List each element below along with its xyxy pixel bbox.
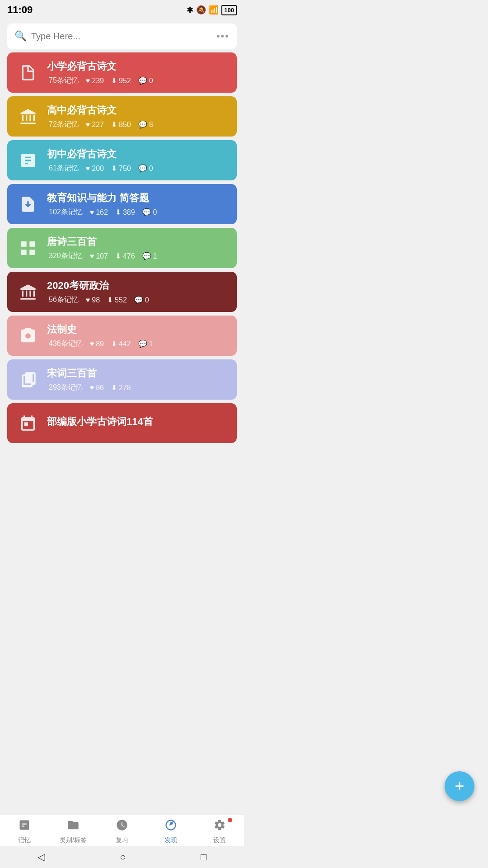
nav-item-review[interactable]: 复习	[104, 819, 140, 844]
download-icon: ⬇	[111, 120, 117, 129]
card-meta: 72条记忆 ♥227 ⬇850 💬8	[47, 120, 228, 129]
status-time: 11:09	[7, 4, 33, 16]
card-likes: ♥162	[90, 208, 108, 217]
comment-icon: 💬	[138, 164, 147, 173]
nav-item-category[interactable]: 类别/标签	[55, 819, 91, 844]
download-icon: ⬇	[111, 76, 117, 85]
card-meta: 102条记忆 ♥162 ⬇389 💬0	[47, 208, 228, 217]
comment-icon: 💬	[142, 252, 151, 260]
card-item-5[interactable]: 唐诗三百首 320条记忆 ♥107 ⬇476 💬1	[7, 228, 237, 268]
nav-item-discover[interactable]: 发现	[153, 819, 189, 844]
card-count: 56条记忆	[47, 295, 79, 305]
card-item-8[interactable]: 宋词三百首 293条记忆 ♥86 ⬇278	[7, 359, 237, 400]
card-content: 部编版小学古诗词114首	[47, 415, 228, 431]
card-comments: 💬8	[138, 120, 153, 129]
heart-icon: ♥	[86, 77, 90, 85]
download-icon: ⬇	[111, 340, 117, 348]
card-title: 法制史	[47, 323, 228, 336]
card-list: 小学必背古诗文 75条记忆 ♥239 ⬇952 💬0 高中必背古诗文	[0, 52, 244, 497]
card-icon	[16, 411, 40, 435]
heart-icon: ♥	[90, 340, 94, 348]
card-count: 61条记忆	[47, 164, 79, 173]
card-content: 高中必背古诗文 72条记忆 ♥227 ⬇850 💬8	[47, 104, 228, 129]
gear-nav-icon	[213, 819, 226, 835]
card-count: 72条记忆	[47, 120, 79, 129]
search-input[interactable]	[31, 31, 216, 42]
nav-label-settings: 设置	[213, 836, 226, 844]
card-comments: 💬1	[142, 252, 157, 260]
card-item-3[interactable]: 初中必背古诗文 61条记忆 ♥200 ⬇750 💬0	[7, 140, 237, 180]
search-icon: 🔍	[14, 30, 27, 42]
card-comments: 💬1	[138, 340, 153, 348]
download-icon: ⬇	[111, 164, 117, 173]
wifi-icon: 📶	[209, 5, 219, 15]
card-meta: 56条记忆 ♥98 ⬇552 💬0	[47, 295, 228, 305]
card-content: 教育知识与能力 简答题 102条记忆 ♥162 ⬇389 💬0	[47, 191, 228, 217]
compass-nav-icon	[164, 819, 177, 835]
comment-icon: 💬	[142, 208, 151, 217]
card-item-1[interactable]: 小学必背古诗文 75条记忆 ♥239 ⬇952 💬0	[7, 52, 237, 93]
card-icon	[16, 368, 40, 392]
memory-nav-icon	[18, 819, 31, 835]
card-downloads: ⬇389	[115, 208, 135, 217]
more-options-button[interactable]: •••	[216, 30, 230, 42]
card-meta: 436条记忆 ♥89 ⬇442 💬1	[47, 339, 228, 349]
card-title: 唐诗三百首	[47, 235, 228, 249]
card-icon	[16, 193, 40, 216]
download-icon: ⬇	[115, 208, 121, 217]
card-downloads: ⬇476	[115, 252, 135, 260]
clock-nav-icon	[116, 819, 128, 835]
card-downloads: ⬇750	[111, 164, 131, 173]
card-count: 436条记忆	[47, 339, 83, 349]
comment-icon: 💬	[134, 296, 143, 304]
card-likes: ♥200	[86, 165, 104, 173]
recent-button[interactable]: □	[201, 851, 206, 863]
comment-icon: 💬	[138, 76, 147, 85]
status-bar: 11:09 ✱ 🔕 📶 100	[0, 0, 244, 20]
card-icon	[16, 236, 40, 260]
nav-item-settings[interactable]: 设置	[202, 819, 238, 844]
card-content: 宋词三百首 293条记忆 ♥86 ⬇278	[47, 367, 228, 392]
folder-nav-icon	[67, 819, 80, 835]
card-icon	[16, 324, 40, 348]
card-downloads: ⬇278	[111, 383, 131, 392]
download-icon: ⬇	[107, 296, 113, 304]
back-button[interactable]: ◁	[38, 851, 45, 863]
nav-label-review: 复习	[116, 836, 128, 844]
card-likes: ♥107	[90, 252, 108, 260]
card-icon	[16, 61, 40, 85]
card-comments: 💬0	[142, 208, 157, 217]
heart-icon: ♥	[90, 252, 94, 260]
home-button[interactable]: ○	[120, 851, 126, 863]
nav-label-discover: 发现	[164, 836, 177, 844]
bottom-nav: 记忆 类别/标签 复习 发现 设置	[0, 815, 244, 846]
card-meta: 75条记忆 ♥239 ⬇952 💬0	[47, 76, 228, 85]
card-title: 小学必背古诗文	[47, 60, 228, 73]
card-likes: ♥227	[86, 121, 104, 129]
card-meta: 61条记忆 ♥200 ⬇750 💬0	[47, 164, 228, 173]
status-icons: ✱ 🔕 📶 100	[187, 5, 237, 15]
card-item-2[interactable]: 高中必背古诗文 72条记忆 ♥227 ⬇850 💬8	[7, 96, 237, 137]
card-icon	[16, 280, 40, 304]
card-title: 宋词三百首	[47, 367, 228, 380]
card-title: 高中必背古诗文	[47, 104, 228, 117]
notification-icon: 🔕	[196, 5, 206, 15]
card-comments: 💬0	[138, 164, 153, 173]
card-content: 小学必背古诗文 75条记忆 ♥239 ⬇952 💬0	[47, 60, 228, 85]
bluetooth-icon: ✱	[187, 5, 193, 15]
card-likes: ♥98	[86, 296, 100, 304]
card-content: 初中必背古诗文 61条记忆 ♥200 ⬇750 💬0	[47, 147, 228, 173]
card-likes: ♥89	[90, 340, 104, 348]
card-likes: ♥86	[90, 384, 104, 392]
search-bar: 🔍 •••	[7, 24, 237, 49]
battery-indicator: 100	[221, 5, 237, 15]
card-item-6[interactable]: 2020考研政治 56条记忆 ♥98 ⬇552 💬0	[7, 272, 237, 312]
card-item-4[interactable]: 教育知识与能力 简答题 102条记忆 ♥162 ⬇389 💬0	[7, 184, 237, 224]
heart-icon: ♥	[90, 384, 94, 392]
card-item-7[interactable]: 法制史 436条记忆 ♥89 ⬇442 💬1	[7, 316, 237, 356]
card-item-9[interactable]: 部编版小学古诗词114首	[7, 403, 237, 443]
comment-icon: 💬	[138, 120, 147, 129]
nav-item-memory[interactable]: 记忆	[6, 819, 42, 844]
card-count: 102条记忆	[47, 208, 83, 217]
card-comments: 💬0	[134, 296, 149, 304]
